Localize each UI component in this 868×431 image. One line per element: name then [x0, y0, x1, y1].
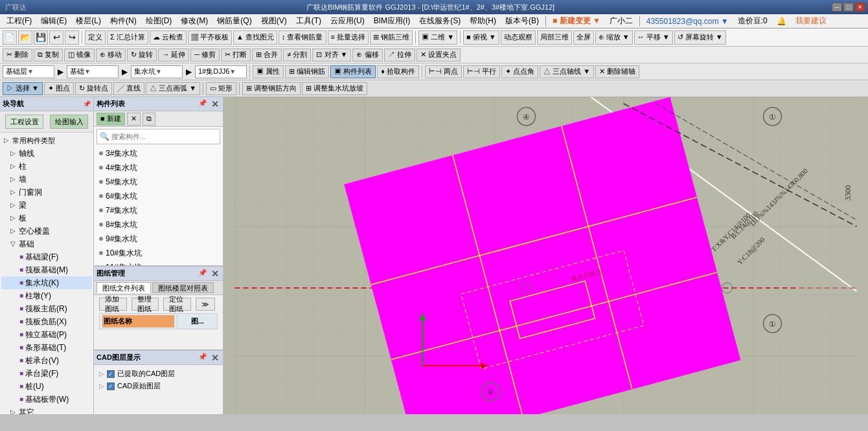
more-button[interactable]: ≫	[196, 298, 215, 311]
del-comp-button[interactable]: ✕	[127, 113, 141, 126]
top-view-button[interactable]: ■ 俯视 ▼	[463, 30, 499, 45]
tree-beam[interactable]: ▷ 梁	[1, 199, 92, 212]
tree-isolated-found[interactable]: ■ 独立基础(P)	[1, 328, 92, 341]
tree-hollow-slab[interactable]: ▷ 空心楼盖	[1, 225, 92, 238]
comp-item-select[interactable]: 1#集DJJ6 ▼	[195, 65, 247, 78]
map-pin-button[interactable]: 📌	[197, 269, 209, 279]
rebar-3d-button[interactable]: ⊞ 钢筋三维	[370, 30, 413, 45]
menu-tools[interactable]: 工具(T)	[292, 14, 325, 28]
layer-expand-extracted[interactable]: ▷	[99, 370, 104, 377]
pan-button[interactable]: ↔ 平移 ▼	[634, 30, 673, 45]
tree-pit[interactable]: ■ 集水坑(K)	[1, 276, 92, 289]
parallel-button[interactable]: ⊢⊣ 平行	[463, 65, 500, 78]
layer-select[interactable]: 基础层 ▼	[3, 65, 54, 78]
tree-cap-beam[interactable]: ■ 承台梁(F)	[1, 367, 92, 380]
rotate-edit-button[interactable]: ↻ 旋转	[127, 49, 157, 61]
tree-opening[interactable]: ▷ 门窗洞	[1, 186, 92, 199]
add-drawing-button[interactable]: 添加图纸	[99, 298, 127, 311]
new-button[interactable]: 📄	[3, 30, 17, 45]
tree-foundation[interactable]: ▽ 基础	[1, 238, 92, 250]
tree-column[interactable]: ▷ 柱	[1, 160, 92, 173]
minimize-button[interactable]: ─	[832, 3, 842, 12]
search-input[interactable]	[111, 133, 217, 140]
comp-type-select[interactable]: 集水坑 ▼	[131, 65, 183, 78]
open-button[interactable]: 📂	[18, 30, 32, 45]
tree-foundation-beam[interactable]: ■ 基础梁(F)	[1, 250, 92, 263]
cloud-check-button[interactable]: ☁ 云检查	[150, 30, 187, 45]
tab-file-list[interactable]: 图纸文件列表	[97, 282, 151, 293]
comp-list-button[interactable]: ▣ 构件列表	[330, 65, 376, 78]
copy-button[interactable]: ⧉ 复制	[34, 49, 63, 61]
stretch-button[interactable]: ↗ 拉伸	[384, 49, 415, 61]
menu-help[interactable]: 帮助(H)	[466, 14, 500, 28]
menu-account[interactable]: 435501823@qq.com ▼	[643, 16, 733, 27]
batch-select-button[interactable]: ≡ 批量选择	[328, 30, 369, 45]
comp-item-4[interactable]: 4#集水坑	[94, 160, 223, 175]
map-close-button[interactable]: ✕	[210, 269, 220, 279]
menu-notify[interactable]: 🔔	[773, 16, 790, 27]
offset-button[interactable]: ⊕ 偏移	[352, 49, 382, 61]
two-point-button[interactable]: ⊢⊣ 两点	[425, 65, 462, 78]
menu-bim[interactable]: BIM应用(I)	[370, 14, 415, 28]
comp-item-9[interactable]: 9#集水坑	[94, 232, 223, 246]
comp-close-button[interactable]: ✕	[210, 99, 220, 109]
define-button[interactable]: 定义	[85, 30, 106, 45]
zoom-button[interactable]: ⊕ 缩放 ▼	[595, 30, 633, 45]
tree-pile-cap[interactable]: ■ 桩承台(V)	[1, 354, 92, 367]
comp-search-box[interactable]: 🔍	[97, 129, 220, 144]
comp-pin-button[interactable]: 📌	[197, 99, 209, 109]
tree-common-types[interactable]: ▷ 常用构件类型	[1, 134, 92, 147]
view-2d-button[interactable]: ▣ 二维 ▼	[418, 30, 457, 45]
menu-draw[interactable]: 绘图(D)	[142, 14, 176, 28]
move-button[interactable]: ⊕ 移动	[96, 49, 126, 61]
redo-button[interactable]: ↪	[65, 30, 79, 45]
tree-pile[interactable]: ■ 桩(U)	[1, 380, 92, 393]
tree-raft-neg-rebar[interactable]: ■ 筏板负筋(X)	[1, 315, 92, 328]
extend-button[interactable]: → 延伸	[158, 49, 189, 61]
calc-button[interactable]: Σ 汇总计算	[107, 30, 148, 45]
del-aux-button[interactable]: ✕ 删除辅轴	[595, 65, 639, 78]
menu-version[interactable]: 版本号(B)	[501, 14, 543, 28]
menu-floor[interactable]: 楼层(L)	[72, 14, 105, 28]
view-rebar-button[interactable]: ↕ 查看钢筋量	[279, 30, 326, 45]
menu-suggest[interactable]: 我要建议	[792, 14, 830, 28]
adj-pit-slope-button[interactable]: ⊞ 调整集水坑放坡	[302, 82, 367, 95]
point-angle-button[interactable]: ✦ 点点角	[501, 65, 538, 78]
comp-item-3[interactable]: 3#集水坑	[94, 146, 223, 160]
menu-file[interactable]: 工程(F)	[3, 14, 36, 28]
drawing-input-button[interactable]: 绘图输入	[50, 115, 88, 129]
comp-item-5[interactable]: 5#集水坑	[94, 175, 223, 189]
tree-other[interactable]: ▷ 其它	[1, 406, 92, 414]
menu-cloud[interactable]: 云应用(U)	[326, 14, 369, 28]
menu-new-change[interactable]: ■ 新建变更 ▼	[549, 14, 604, 28]
close-button[interactable]: ✕	[855, 3, 865, 12]
save-button[interactable]: 💾	[34, 30, 48, 45]
tree-raft[interactable]: ■ 筏板基础(M)	[1, 263, 92, 276]
mirror-button[interactable]: ◫ 镜像	[64, 49, 95, 61]
cad-close-button[interactable]: ✕	[210, 353, 220, 363]
fullscreen-button[interactable]: 全屏	[573, 30, 594, 45]
menu-cost[interactable]: 造价豆:0	[734, 14, 771, 28]
rect-button[interactable]: ▭ 矩形	[206, 82, 236, 95]
comp-item-6[interactable]: 6#集水坑	[94, 189, 223, 203]
select-button[interactable]: ▷ 选择 ▼	[3, 82, 43, 95]
delete-button[interactable]: ✂ 删除	[3, 49, 32, 61]
menu-view[interactable]: 视图(V)	[257, 14, 291, 28]
pick-comp-button[interactable]: ♦ 拾取构件	[377, 65, 419, 78]
dot-button[interactable]: ✦ 图点	[44, 82, 74, 95]
menu-online[interactable]: 在线服务(S)	[415, 14, 464, 28]
tree-wall[interactable]: ▷ 墙	[1, 173, 92, 186]
menu-edit[interactable]: 编辑(E)	[37, 14, 71, 28]
sidebar-pin[interactable]: 📌	[83, 100, 91, 107]
local-3d-button[interactable]: 局部三维	[537, 30, 572, 45]
merge-button[interactable]: ⊞ 合并	[252, 49, 282, 61]
tree-strip-found[interactable]: ■ 条形基础(T)	[1, 341, 92, 354]
edit-rebar-button[interactable]: ⊞ 编辑钢筋	[285, 65, 329, 78]
line-button[interactable]: ╱ 直线	[113, 82, 144, 95]
engineering-settings-button[interactable]: 工程设置	[5, 115, 43, 129]
tree-axis[interactable]: ▷ 轴线	[1, 147, 92, 160]
rotate-button[interactable]: ↺ 屏幕旋转 ▼	[674, 30, 726, 45]
comp-item-11[interactable]: 11#集水坑	[94, 260, 223, 265]
prop-button[interactable]: ▣ 属性	[253, 65, 284, 78]
find-element-button[interactable]: ▲ 查找图元	[233, 30, 277, 45]
